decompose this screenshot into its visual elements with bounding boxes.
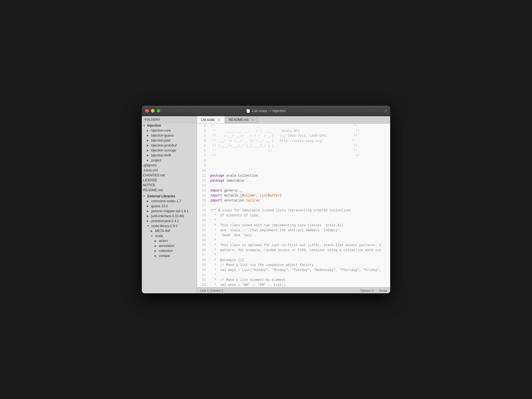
folder-label: scala-library-2.9.2 — [151, 224, 177, 228]
file-label: NOTICE — [143, 183, 155, 187]
close-button[interactable] — [145, 109, 149, 113]
sidebar-item-collection[interactable]: collection — [142, 248, 197, 253]
file-label: .gitignore — [143, 163, 156, 167]
triangle-icon — [155, 249, 158, 252]
code-line: 1 /* __ *\ — [197, 124, 390, 129]
sidebar-item-compat[interactable]: compat — [142, 253, 197, 258]
folder-label: jackson-mapper-asl-1.8.1 — [151, 209, 188, 213]
sidebar-item-gitignore[interactable]: .gitignore — [142, 163, 197, 168]
sidebar-item-external-libraries[interactable]: External Libraries — [142, 194, 197, 199]
code-line: 16 import annotation.tailrec — [197, 198, 390, 203]
folder-label: bijection-thrift — [151, 153, 171, 157]
sidebar-item-bijection-guava[interactable]: bijection-guava — [142, 133, 197, 138]
spaces-indicator: Spaces: 2 — [360, 289, 374, 292]
sidebar-item-jackson[interactable]: jackson-mapper-asl-1.8.1 — [142, 209, 197, 214]
triangle-icon — [147, 220, 150, 222]
sidebar-item-project[interactable]: project — [142, 158, 197, 163]
folder-label: bijection-scrooge — [151, 148, 176, 152]
sidebar-item-bijection-json[interactable]: bijection-json — [142, 138, 197, 143]
triangle-icon — [147, 154, 150, 157]
sidebar-item-bijection[interactable]: bijection — [142, 123, 197, 128]
code-line: 3 ** / __/ __// _ | / / / _ | (c) 2003-2… — [197, 134, 390, 139]
triangle-icon — [147, 210, 150, 212]
sidebar-item-actors[interactable]: actors — [142, 238, 197, 243]
titlebar: 📄 List.scala — bijection ⤢ — [142, 106, 390, 116]
folder-label: annotation — [159, 244, 174, 248]
status-right: Spaces: 2 Scala — [360, 289, 387, 292]
window-title: 📄 List.scala — bijection — [246, 109, 286, 113]
triangle-icon — [155, 240, 158, 242]
tab-bar: List.scala ✕ README.md ✕ — [197, 116, 390, 124]
code-line: 26 * pattern, for example, random access… — [197, 248, 390, 253]
sidebar-item-bijection-protobuf[interactable]: bijection-protobuf — [142, 143, 197, 148]
sidebar-item-scala[interactable]: scala — [142, 233, 197, 238]
tab-close-button[interactable]: ✕ — [217, 118, 221, 122]
code-line: 28 * @example {{{ — [197, 258, 390, 263]
tab-label: README.md — [229, 118, 248, 122]
triangle-icon — [147, 159, 150, 162]
expand-button[interactable]: ⤢ — [384, 109, 387, 113]
folder-label: compat — [159, 254, 170, 258]
tab-list-scala[interactable]: List.scala ✕ — [197, 116, 225, 123]
folder-label: commons-codec-1.7 — [151, 199, 181, 203]
triangle-icon — [147, 149, 150, 152]
code-line: 10 — [197, 168, 390, 173]
sidebar-item-junit[interactable]: junit-interface-0.10-M1 — [142, 214, 197, 219]
code-line: 18 /** A class for immutable linked list… — [197, 208, 390, 213]
main-content: FOLDERS bijection bijection-core bijecti… — [142, 116, 390, 293]
language-indicator: Scala — [379, 289, 387, 292]
code-editor[interactable]: 1 /* __ *\ 2 ** ________ ___ / / ___ Sca… — [197, 124, 390, 287]
triangle-icon — [143, 195, 146, 198]
file-label: CHANGES.md — [143, 173, 165, 177]
cursor-position: Line 1, Column 1 — [200, 289, 223, 292]
code-line: 31 * — [197, 273, 390, 278]
tab-label: List.scala — [201, 118, 215, 122]
sidebar-item-notice[interactable]: NOTICE — [142, 183, 197, 188]
maximize-button[interactable] — [157, 109, 160, 113]
sidebar-item-changes[interactable]: CHANGES.md — [142, 173, 197, 178]
tab-close-button[interactable]: ✕ — [251, 118, 254, 122]
sidebar-item-readme[interactable]: README.md — [142, 188, 197, 193]
sidebar-item-protobuf[interactable]: protobuf-java-2.4.1 — [142, 219, 197, 224]
sidebar-header: FOLDERS — [142, 116, 197, 123]
triangle-icon — [147, 134, 150, 137]
code-table: 1 /* __ *\ 2 ** ________ ___ / / ___ Sca… — [197, 124, 390, 287]
folder-label: bijection-core — [151, 129, 171, 132]
triangle-icon — [147, 225, 150, 227]
sidebar-item-commons-codec[interactable]: commons-codec-1.7 — [142, 199, 197, 204]
triangle-icon — [151, 230, 154, 232]
minimize-button[interactable] — [151, 109, 155, 113]
code-line: 11 package scala.collection — [197, 173, 390, 178]
folder-label: project — [151, 158, 161, 162]
file-icon: 📄 — [246, 109, 250, 113]
editor-area: List.scala ✕ README.md ✕ 1 /* __ — [197, 116, 390, 293]
triangle-icon — [147, 144, 150, 147]
traffic-lights — [145, 109, 160, 113]
code-line: 12 package immutable — [197, 178, 390, 183]
code-line: 8 — [197, 158, 390, 163]
folder-label: bijection-json — [151, 139, 171, 142]
code-line: 7 \* */ — [197, 153, 390, 158]
sidebar-item-license[interactable]: LICENSE — [142, 178, 197, 183]
sidebar-item-bijection-scrooge[interactable]: bijection-scrooge — [142, 148, 197, 153]
sidebar-item-meta-inf[interactable]: META-INF — [142, 228, 197, 233]
tab-readme-md[interactable]: README.md ✕ — [225, 116, 259, 123]
folder-label: META-INF — [155, 229, 171, 233]
code-line: 6 ** |/ ** — [197, 148, 390, 153]
sidebar-item-annotation[interactable]: annotation — [142, 243, 197, 248]
code-line: 17 — [197, 203, 390, 208]
triangle-icon — [147, 200, 150, 203]
sidebar-item-guava[interactable]: guava-13.0 — [142, 204, 197, 209]
code-line: 9 — [197, 163, 390, 168]
sidebar-item-bijection-core[interactable]: bijection-core — [142, 128, 197, 133]
sidebar-item-bijection-thrift[interactable]: bijection-thrift — [142, 153, 197, 158]
code-line: 24 * — [197, 238, 390, 243]
status-bar: Line 1, Column 1 Spaces: 2 Scala — [197, 287, 390, 293]
app-window: 📄 List.scala — bijection ⤢ FOLDERS bijec… — [142, 106, 390, 293]
file-label: README.md — [143, 188, 163, 192]
sidebar-item-scala-library[interactable]: scala-library-2.9.2 — [142, 224, 197, 228]
folder-label: bijection-protobuf — [151, 143, 177, 147]
code-line: 15 import mutable.{Builder, ListBuffer} — [197, 193, 390, 198]
code-line: 33 * val when = "AM" :: "PM" :: List() — [197, 283, 390, 287]
sidebar-item-travis[interactable]: .travis.yml — [142, 168, 197, 173]
